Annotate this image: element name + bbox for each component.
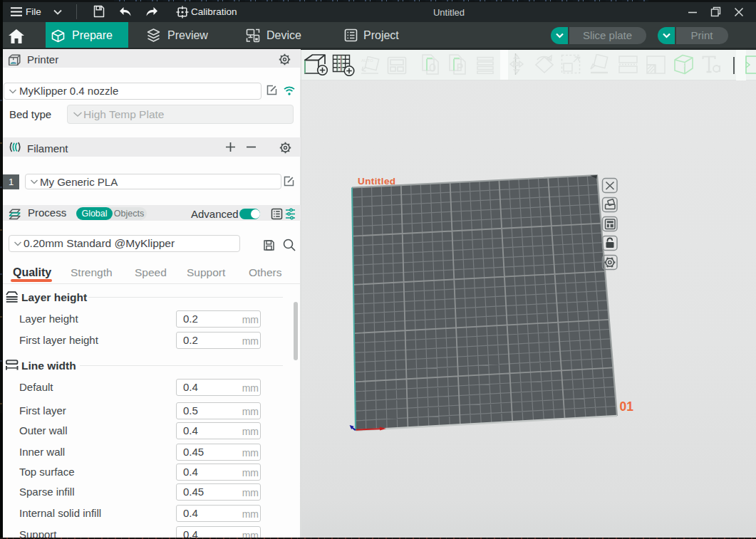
svg-text:Untitled: Untitled xyxy=(358,176,395,187)
svg-text:01: 01 xyxy=(620,399,634,414)
